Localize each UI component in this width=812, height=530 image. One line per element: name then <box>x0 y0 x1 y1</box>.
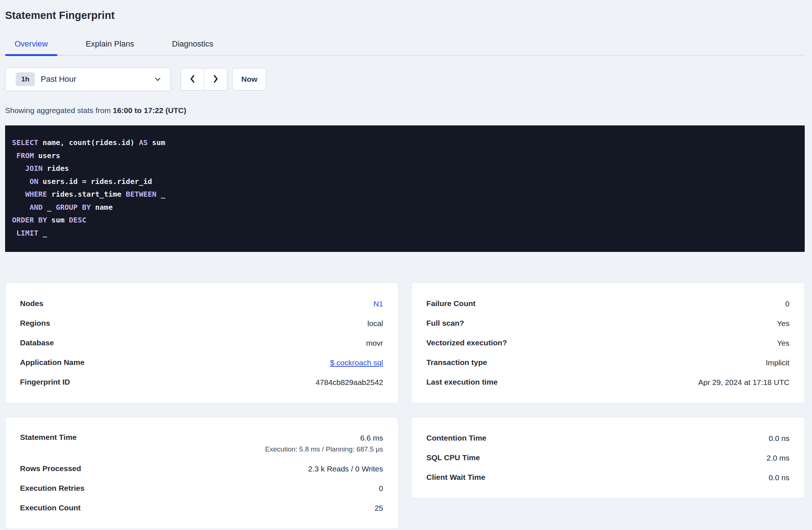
sql-text: rides.start_time <box>47 190 126 198</box>
chevron-left-icon <box>188 74 197 85</box>
stat-value-link[interactable]: N1 <box>373 299 383 309</box>
previous-interval-button[interactable] <box>181 68 204 90</box>
time-range-dropdown[interactable]: 1h Past Hour <box>5 68 171 91</box>
time-range-badge: 1h <box>16 72 35 86</box>
sql-statement-box: SELECT name, count(rides.id) AS sum FROM… <box>5 125 805 252</box>
sql-text <box>12 164 25 173</box>
time-controls: 1h Past Hour <box>5 68 805 91</box>
sql-text <box>12 229 16 237</box>
sql-text <box>12 151 16 160</box>
stat-value: 0 <box>379 483 383 493</box>
stat-value: 4784cb829aab2542 <box>315 377 383 387</box>
sql-keyword: AS <box>139 138 148 147</box>
sql-keyword: ORDER BY <box>12 216 47 224</box>
sql-keyword: GROUP BY <box>56 203 91 212</box>
stat-value-group: 0.0 ns <box>769 473 789 482</box>
tab-diagnostics[interactable]: Diagnostics <box>162 39 223 55</box>
sql-line: LIMIT _ <box>12 227 797 240</box>
stat-row: Statement Time6.6 msExecution: 5.8 ms / … <box>20 428 383 459</box>
stat-row: NodesN1 <box>20 294 383 313</box>
sql-text: users.id = rides.rider_id <box>38 177 152 186</box>
stat-row: Regionslocal <box>20 313 383 333</box>
stats-cards-row: Statement Time6.6 msExecution: 5.8 ms / … <box>5 417 805 529</box>
stat-label: Contention Time <box>426 434 486 442</box>
stat-row: Last execution timeApr 29, 2024 at 17:18… <box>426 372 789 392</box>
sql-line: ON users.id = rides.rider_id <box>12 175 797 188</box>
sql-statement-code: SELECT name, count(rides.id) AS sum FROM… <box>12 136 797 240</box>
aggregated-stats-line: Showing aggregated stats from 16:00 to 1… <box>5 106 805 115</box>
stat-label: Transaction type <box>426 358 487 367</box>
stat-row: SQL CPU Time2.0 ms <box>426 448 789 467</box>
sql-line: JOIN rides <box>12 162 797 175</box>
stat-label: Failure Count <box>426 299 475 308</box>
sql-text: rides <box>43 164 69 173</box>
stat-subvalue: Execution: 5.8 ms / Planning: 687.5 µs <box>265 445 383 454</box>
stat-label: Client Wait Time <box>426 473 485 482</box>
stat-value: Apr 29, 2024 at 17:18 UTC <box>698 377 789 387</box>
chevron-down-icon <box>154 75 162 83</box>
sql-text: sum <box>148 138 165 147</box>
sql-keyword: SELECT <box>12 138 38 147</box>
stat-label: Statement Time <box>20 433 77 442</box>
sql-text: _ <box>38 229 47 237</box>
stat-value-group: $ cockroach sql <box>330 358 383 368</box>
sql-keyword: FROM <box>16 151 34 160</box>
stat-value: Yes <box>777 318 789 328</box>
stat-row: Fingerprint ID4784cb829aab2542 <box>20 372 383 392</box>
stat-value: 2.0 ms <box>767 453 789 463</box>
next-interval-button[interactable] <box>204 68 227 90</box>
statement-fingerprint-page: Statement Fingerprint Overview Explain P… <box>5 0 805 529</box>
stat-row: Transaction typeImplicit <box>426 353 789 372</box>
stat-value-group: Implicit <box>766 358 789 368</box>
details-cards-row: NodesN1RegionslocalDatabasemovrApplicati… <box>5 282 805 403</box>
stat-value-link[interactable]: $ cockroach sql <box>330 358 383 368</box>
stat-value-group: 6.6 msExecution: 5.8 ms / Planning: 687.… <box>265 433 383 454</box>
stat-value: 2.3 k Reads / 0 Writes <box>308 464 383 474</box>
stat-value-group: 0.0 ns <box>769 433 789 443</box>
stat-value: 6.6 ms <box>360 433 383 443</box>
stat-row: Databasemovr <box>20 333 383 353</box>
stat-row: Execution Count25 <box>20 498 383 518</box>
sql-text: _ <box>43 203 56 212</box>
stat-label: Vectorized execution? <box>426 338 507 347</box>
sql-keyword: LIMIT <box>16 229 38 237</box>
tab-explain-plans[interactable]: Explain Plans <box>76 39 144 55</box>
stat-row: Rows Processed2.3 k Reads / 0 Writes <box>20 459 383 478</box>
sql-text: sum <box>47 216 69 224</box>
stat-value-group: movr <box>366 338 383 348</box>
sql-keyword: BETWEEN <box>126 190 156 198</box>
sql-line: ORDER BY sum DESC <box>12 214 797 227</box>
stat-label: Execution Count <box>20 503 81 512</box>
now-button[interactable]: Now <box>232 68 266 91</box>
stat-value-group: local <box>367 318 383 328</box>
sql-text <box>12 190 25 198</box>
stat-value-group: 0 <box>379 483 383 493</box>
sql-text: name <box>91 203 113 212</box>
stat-row: Contention Time0.0 ns <box>426 428 789 448</box>
stat-value-group: Yes <box>777 318 789 328</box>
chevron-right-icon <box>211 74 220 85</box>
stat-label: SQL CPU Time <box>426 453 480 462</box>
stat-label: Rows Processed <box>20 464 81 473</box>
stat-value: 25 <box>375 503 383 513</box>
page-title: Statement Fingerprint <box>5 0 805 22</box>
stat-label: Regions <box>20 319 50 328</box>
stat-value-group: 4784cb829aab2542 <box>315 377 383 387</box>
tab-bar: Overview Explain Plans Diagnostics <box>5 39 805 56</box>
stat-label: Nodes <box>20 299 43 308</box>
tab-overview[interactable]: Overview <box>5 39 57 55</box>
stat-value: 0.0 ns <box>769 473 789 482</box>
sql-keyword: WHERE <box>25 190 47 198</box>
stat-value: 0 <box>785 299 789 309</box>
sql-text: users <box>34 151 60 160</box>
stat-label: Execution Retries <box>20 484 84 493</box>
wait-times-card: Contention Time0.0 nsSQL CPU Time2.0 msC… <box>411 417 805 498</box>
sql-keyword: JOIN <box>25 164 43 173</box>
stat-value-group: Yes <box>777 338 789 348</box>
sql-keyword: DESC <box>69 216 87 224</box>
stat-value: local <box>367 318 383 328</box>
sql-line: WHERE rides.start_time BETWEEN _ <box>12 188 797 201</box>
sql-text: _ <box>156 190 165 198</box>
stat-label: Last execution time <box>426 378 498 386</box>
sql-text <box>12 177 29 186</box>
